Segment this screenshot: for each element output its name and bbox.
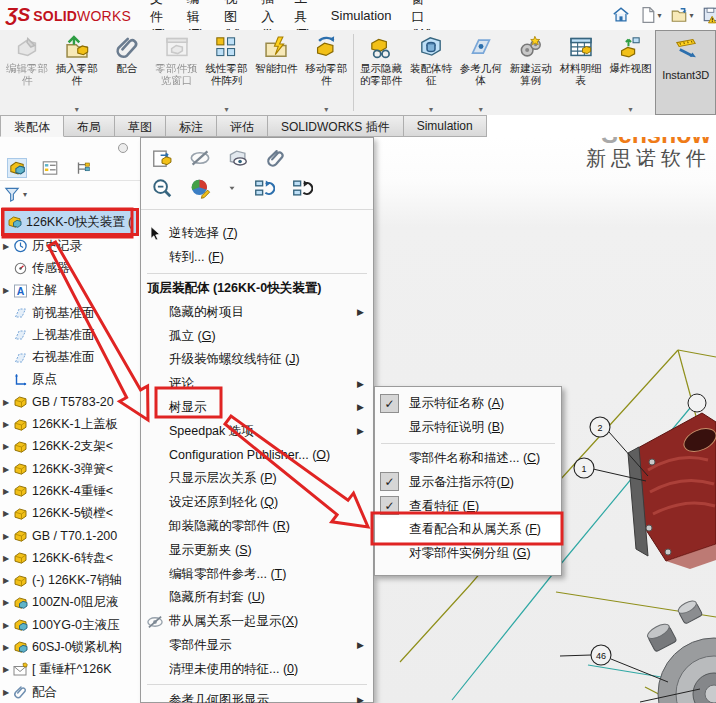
tree-item[interactable]: ▶100YG-0主液压 [0, 614, 140, 636]
ribbon-button-新建运动算例[interactable]: 新建运动算例 [506, 30, 556, 115]
tree-item[interactable]: ▶60SJ-0锁紧机构 [0, 636, 140, 658]
ribbon-button-配合[interactable]: 配合 [102, 30, 152, 115]
tree-item[interactable]: 前视基准面 [0, 302, 140, 324]
context-menu-item-孤立 (G)[interactable]: 孤立 (G) [141, 324, 373, 348]
submenu-item-查看特征 (E)[interactable]: ✓查看特征 (E) [375, 494, 561, 518]
expand-arrow-icon[interactable]: ▶ [0, 598, 12, 607]
tree-item[interactable]: ▶126KK-6转盘< [0, 547, 140, 569]
context-menu-item-零部件显示[interactable]: 零部件显示▶ [141, 634, 373, 658]
ribbon-button-材料明细表[interactable]: 材料明细表 [556, 30, 606, 115]
open-document-button[interactable]: ▾ [668, 4, 696, 26]
context-menu-item-转到... (F)[interactable]: 转到... (F) [141, 246, 373, 270]
tree-item[interactable]: ▶配合 [0, 681, 140, 703]
tree-item[interactable]: ▶126KK-2支架< [0, 436, 140, 458]
context-menu-item-隐藏的树项目[interactable]: 隐藏的树项目▶ [141, 300, 373, 324]
tree-item[interactable]: ▶126KK-3弹簧< [0, 458, 140, 480]
expand-arrow-icon[interactable]: ▶ [0, 665, 12, 674]
tree-item[interactable]: 右视基准面 [0, 346, 140, 368]
expand-arrow-icon[interactable]: ▶ [0, 487, 12, 496]
context-menu-item-Speedpak 选项[interactable]: Speedpak 选项▶ [141, 419, 373, 443]
mate-tool-icon[interactable] [265, 147, 287, 169]
tree-root-item[interactable]: 126KK-0快关装置 ( [1, 208, 139, 236]
ribbon-button-线性零部件阵列[interactable]: 线性零部件阵列▾ [202, 30, 252, 115]
insert-into-new-part-icon[interactable] [151, 147, 173, 169]
tree-item[interactable]: ▶GB / T70.1-200 [0, 525, 140, 547]
expand-arrow-icon[interactable]: ▶ [0, 509, 12, 518]
appearance-dropdown-icon[interactable] [227, 177, 237, 199]
dropdown-caret[interactable]: ▾ [690, 11, 694, 20]
ribbon-button-参考几何体[interactable]: 参考几何体▾ [456, 30, 506, 115]
tab-装配体[interactable]: 装配体 [0, 115, 64, 137]
tab-评估[interactable]: 评估 [217, 115, 268, 137]
context-menu-item-设定还原到轻化 (Q)[interactable]: 设定还原到轻化 (Q) [141, 491, 373, 515]
feature-tree-tab-icon[interactable] [8, 159, 26, 177]
context-menu-item-升级装饰螺纹线特征 (J)[interactable]: 升级装饰螺纹线特征 (J) [141, 348, 373, 372]
tree-item[interactable]: 传感器 [0, 257, 140, 279]
ribbon-button-装配体特征[interactable]: 装配体特征▾ [406, 30, 456, 115]
component-transparency-icon[interactable] [227, 147, 249, 169]
expand-arrow-icon[interactable]: ▶ [0, 442, 12, 451]
tree-item[interactable]: ▶A注解 [0, 280, 140, 302]
zoom-to-selection-icon[interactable] [151, 177, 173, 199]
dropdown-caret[interactable]: ▾ [324, 105, 328, 114]
tree-item[interactable]: 原点 [0, 369, 140, 391]
temporary-fix-icon[interactable] [253, 177, 275, 199]
expand-arrow-icon[interactable]: ▶ [0, 621, 12, 630]
context-menu-item-编辑零部件参考... (T)[interactable]: 编辑零部件参考... (T) [141, 562, 373, 586]
expand-arrow-icon[interactable]: ▶ [0, 465, 12, 474]
new-document-button[interactable]: ▾ [636, 4, 664, 26]
submenu-item-显示特征说明 (B)[interactable]: 显示特征说明 (B) [375, 416, 561, 440]
expand-arrow-icon[interactable]: ▶ [0, 576, 12, 585]
expand-arrow-icon[interactable]: ▶ [0, 242, 12, 251]
ribbon-button-显示隐藏的零部件[interactable]: 显示隐藏的零部件 [356, 30, 406, 115]
filter-dropdown-caret[interactable]: ▾ [23, 190, 27, 199]
context-menu-item-带从属关系一起显示(X)[interactable]: 带从属关系一起显示(X) [141, 610, 373, 634]
tab-布局[interactable]: 布局 [64, 115, 115, 137]
tree-item[interactable]: ▶(-) 126KK-7销轴 [0, 569, 140, 591]
tree-item[interactable]: ▶历史记录 [0, 235, 140, 257]
tab-Simulation[interactable]: Simulation [404, 115, 487, 137]
expand-arrow-icon[interactable]: ▶ [0, 398, 12, 407]
context-menu-item-评论[interactable]: 评论▶ [141, 372, 373, 396]
context-menu-item-树显示[interactable]: 树显示▶ [141, 396, 373, 420]
context-menu-item-Configuration Publisher... (O)[interactable]: Configuration Publisher... (O) [141, 443, 373, 467]
expand-arrow-icon[interactable]: ▶ [0, 643, 12, 652]
tree-item[interactable]: ▶100ZN-0阻尼液 [0, 592, 140, 614]
display-pane-toggle[interactable] [118, 143, 128, 153]
dropdown-caret[interactable]: ▾ [224, 105, 228, 114]
submenu-item-零部件名称和描述... (C)[interactable]: 零部件名称和描述... (C) [375, 447, 561, 471]
tree-item[interactable]: ▶126KK-4重锤< [0, 480, 140, 502]
context-menu-item-清理未使用的特征... (0)[interactable]: 清理未使用的特征... (0) [141, 657, 373, 681]
tree-item[interactable]: ▶126KK-1上盖板 [0, 413, 140, 435]
submenu-item-显示备注指示符(D)[interactable]: ✓显示备注指示符(D) [375, 470, 561, 494]
context-menu-item-显示更新夹 (S)[interactable]: 显示更新夹 (S) [141, 538, 373, 562]
ribbon-button-插入零部件[interactable]: 插入零部件▾ [52, 30, 102, 115]
appearance-icon[interactable] [189, 177, 211, 199]
home-button[interactable] [610, 4, 632, 26]
tab-标注[interactable]: 标注 [166, 115, 217, 137]
filter-funnel-icon[interactable] [3, 185, 21, 203]
property-manager-tab-icon[interactable] [41, 159, 59, 177]
context-menu-item-隐藏所有封套 (U)[interactable]: 隐藏所有封套 (U) [141, 586, 373, 610]
configuration-tab-icon[interactable] [74, 159, 92, 177]
submenu-item-查看配合和从属关系 (F)[interactable]: 查看配合和从属关系 (F) [375, 518, 561, 542]
expand-arrow-icon[interactable]: ▶ [0, 688, 12, 697]
tree-item[interactable]: ▶GB / T5783-20 [0, 391, 140, 413]
expand-arrow-icon[interactable]: ▶ [0, 420, 12, 429]
context-menu-item-参考几何图形显示[interactable]: 参考几何图形显示▶ [141, 688, 373, 703]
menu-Simulation[interactable]: Simulation [322, 4, 401, 27]
submenu-item-对零部件实例分组 (G)[interactable]: 对零部件实例分组 (G) [375, 542, 561, 566]
tree-item[interactable]: ▶[ 重锤杆^126K [0, 659, 140, 681]
tree-item[interactable]: 上视基准面 [0, 324, 140, 346]
context-menu-item-只显示层次关系 (P)[interactable]: 只显示层次关系 (P) [141, 467, 373, 491]
hide-components-icon[interactable] [189, 147, 211, 169]
save-button[interactable] [700, 4, 716, 26]
tab-草图[interactable]: 草图 [115, 115, 166, 137]
expand-arrow-icon[interactable]: ▶ [0, 554, 12, 563]
reload-components-icon[interactable] [291, 177, 313, 199]
dropdown-caret[interactable]: ▾ [628, 105, 632, 114]
dropdown-caret[interactable]: ▾ [75, 105, 79, 114]
expand-arrow-icon[interactable]: ▶ [0, 532, 12, 541]
dropdown-caret[interactable]: ▾ [429, 105, 433, 114]
expand-arrow-icon[interactable]: ▶ [0, 286, 12, 295]
